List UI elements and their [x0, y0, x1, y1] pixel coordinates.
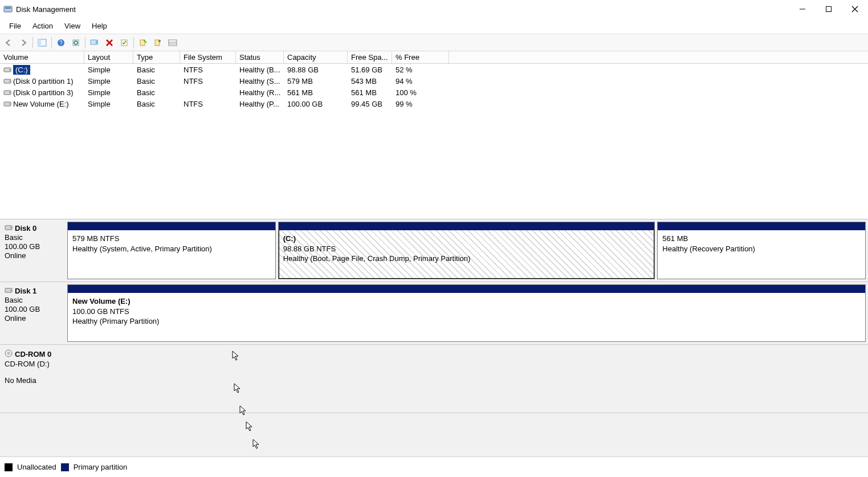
col-free[interactable]: Free Spa... — [348, 51, 392, 63]
drive-icon — [3, 100, 11, 107]
toolbar-separator — [51, 37, 52, 48]
svg-point-25 — [9, 81, 10, 82]
titlebar: Disk Management — [0, 0, 868, 18]
col-fs[interactable]: File System — [180, 51, 236, 63]
disk-partitions: 579 MB NTFS Healthy (System, Active, Pri… — [67, 219, 868, 282]
window-controls — [789, 0, 868, 18]
legend-swatch-unallocated — [5, 463, 13, 471]
minimize-button[interactable] — [789, 0, 816, 18]
svg-point-33 — [10, 290, 11, 291]
partition[interactable]: 579 MB NTFS Healthy (System, Active, Pri… — [67, 222, 276, 279]
legend-label-primary: Primary partition — [74, 463, 128, 471]
volume-row[interactable]: (Disk 0 partition 1) Simple Basic NTFS H… — [0, 75, 868, 87]
disk-row: CD-ROM 0CD-ROM (D:)No Media — [0, 345, 868, 413]
help-button[interactable]: ? — [54, 35, 68, 50]
svg-point-11 — [74, 41, 78, 44]
maximize-button[interactable] — [816, 0, 842, 18]
volume-row[interactable]: (C:) Simple Basic NTFS Healthy (B... 98.… — [0, 64, 868, 75]
disk-row: Disk 0Basic100.00 GBOnline 579 MB NTFS H… — [0, 219, 868, 282]
toolbar-separator — [133, 37, 134, 48]
disk-map: Disk 0Basic100.00 GBOnline 579 MB NTFS H… — [0, 219, 868, 456]
disk-partitions: New Volume (E:) 100.00 GB NTFS Healthy (… — [67, 282, 868, 344]
partition[interactable]: 561 MB Healthy (Recovery Partition) — [657, 222, 866, 279]
menu-file[interactable]: File — [3, 19, 27, 32]
svg-rect-3 — [826, 7, 832, 12]
forward-button[interactable] — [16, 35, 31, 50]
hdd-icon — [5, 224, 13, 233]
col-status[interactable]: Status — [236, 51, 284, 63]
col-layout[interactable]: Layout — [84, 51, 133, 63]
drive-icon — [3, 89, 11, 96]
svg-point-27 — [9, 92, 10, 93]
new-button[interactable] — [136, 35, 150, 50]
window-title: Disk Management — [16, 5, 76, 14]
volume-row[interactable]: New Volume (E:) Simple Basic NTFS Health… — [0, 98, 868, 109]
disk-row: Disk 1Basic100.00 GBOnline New Volume (E… — [0, 282, 868, 345]
svg-rect-19 — [169, 40, 177, 46]
partition[interactable]: New Volume (E:) 100.00 GB NTFS Healthy (… — [67, 284, 866, 342]
svg-point-18 — [158, 40, 161, 42]
volume-row[interactable]: (Disk 0 partition 3) Simple Basic Health… — [0, 87, 868, 98]
show-hide-button[interactable] — [35, 35, 50, 50]
list-button[interactable] — [165, 35, 180, 50]
partition[interactable]: (C:) 98.88 GB NTFS Healthy (Boot, Page F… — [278, 222, 655, 279]
volume-list: Volume Layout Type File System Status Ca… — [0, 51, 868, 219]
svg-text:?: ? — [59, 40, 63, 46]
svg-point-29 — [9, 104, 10, 105]
svg-rect-1 — [5, 7, 11, 9]
svg-point-35 — [8, 353, 10, 354]
menu-help[interactable]: Help — [86, 19, 113, 32]
col-capacity[interactable]: Capacity — [284, 51, 348, 63]
drive-icon — [3, 78, 11, 84]
drive-icon — [3, 66, 11, 73]
svg-point-31 — [10, 227, 11, 229]
menu-view[interactable]: View — [59, 19, 86, 32]
svg-rect-12 — [91, 40, 96, 44]
hdd-icon — [5, 287, 13, 295]
disk-label[interactable]: CD-ROM 0CD-ROM (D:)No Media — [0, 345, 67, 413]
action2-button[interactable] — [150, 35, 165, 50]
col-type[interactable]: Type — [133, 51, 180, 63]
volume-list-header: Volume Layout Type File System Status Ca… — [0, 51, 868, 64]
settings-button[interactable] — [87, 35, 102, 50]
toolbar-separator — [32, 37, 33, 48]
refresh-button[interactable] — [68, 35, 83, 50]
delete-button[interactable] — [102, 35, 117, 50]
disk-label[interactable]: Disk 0Basic100.00 GBOnline — [0, 219, 67, 282]
app-icon — [3, 5, 13, 14]
menubar: File Action View Help — [0, 18, 868, 34]
properties-button[interactable] — [117, 35, 132, 50]
disk-label[interactable]: Disk 1Basic100.00 GBOnline — [0, 282, 67, 344]
col-pctfree[interactable]: % Free — [392, 51, 449, 63]
legend: Unallocated Primary partition — [0, 456, 868, 477]
disk-partitions — [67, 345, 868, 413]
toolbar: ? — [0, 34, 868, 51]
back-button[interactable] — [1, 35, 16, 50]
toolbar-separator — [85, 37, 85, 48]
svg-rect-0 — [4, 6, 12, 12]
cd-icon — [5, 349, 13, 359]
menu-action[interactable]: Action — [27, 19, 59, 32]
close-button[interactable] — [842, 0, 868, 18]
svg-point-23 — [9, 70, 10, 71]
legend-swatch-primary — [61, 463, 69, 471]
col-volume[interactable]: Volume — [0, 51, 84, 63]
svg-rect-7 — [38, 39, 41, 46]
legend-label-unallocated: Unallocated — [17, 463, 56, 471]
